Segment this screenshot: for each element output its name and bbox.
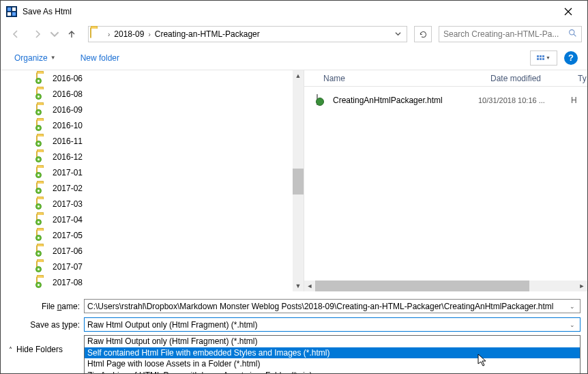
breadcrumb-item[interactable]: 2018-09 [113,29,145,39]
col-date[interactable]: Date modified [484,74,571,83]
folder-icon [36,261,48,272]
savetype-option[interactable]: Html Page with loose Assets in a Folder … [85,358,580,370]
tree-item-label: 2017-01 [53,168,83,177]
filename-combo[interactable]: C:\Users\rstrahl\Dropbox\Markdown Monste… [84,299,580,313]
hide-folders-label: Hide Folders [16,345,63,354]
scroll-up-icon[interactable]: ▲ [293,70,304,81]
folder-icon [36,104,48,115]
folder-icon [36,183,48,193]
help-button[interactable]: ? [564,51,578,65]
tree-folder-item[interactable]: 2016-12 [21,149,293,164]
svg-line-7 [574,34,576,36]
tree-folder-item[interactable]: 2016-11 [21,133,293,149]
breadcrumb-item[interactable]: Creating-an-HTML-Packager [153,29,261,39]
savetype-option[interactable]: Raw Html Output only (Html Fragment) (*.… [85,336,580,347]
save-form: File name: C:\Users\rstrahl\Dropbox\Mark… [1,291,587,373]
search-icon [568,29,577,40]
savetype-option[interactable]: Zip Archive of HTML Page with loose Asse… [85,370,580,375]
new-folder-label: New folder [80,53,119,63]
tree-folder-item[interactable]: 2017-03 [21,196,293,212]
tree-folder-item[interactable]: 2016-08 [21,86,293,102]
scroll-hthumb[interactable] [315,280,529,291]
tree-folder-item[interactable]: 2016-09 [21,102,293,117]
folder-icon [36,152,48,162]
tree-folder-item[interactable]: 2017-06 [21,243,293,259]
breadcrumb-sep-icon: › [145,31,153,38]
organize-menu[interactable]: Organize ▼ [10,51,60,66]
chevron-up-icon: ˄ [9,346,12,354]
tree-item-label: 2016-09 [53,105,83,115]
folder-icon [90,28,102,40]
file-row[interactable]: CreatingAnHtmlPackager.html10/31/2018 10… [304,92,587,109]
organize-label: Organize [14,53,48,63]
recent-dropdown[interactable] [50,25,59,43]
tree-item-label: 2016-11 [53,136,83,146]
file-list-pane: Name Date modified Ty CreatingAnHtmlPack… [304,70,587,291]
close-icon [564,8,572,16]
tree-item-label: 2017-05 [53,231,83,240]
folder-icon [36,73,48,83]
title-bar: Save As Html [1,1,587,23]
scroll-left-icon[interactable]: ◄ [304,283,315,289]
chevron-down-icon[interactable]: ⌄ [568,321,577,328]
tree-folder-item[interactable]: 2017-04 [21,212,293,227]
view-grid-icon [537,55,544,60]
tree-folder-item[interactable]: 2017-02 [21,180,293,196]
address-dropdown[interactable] [391,31,405,38]
scroll-down-icon[interactable]: ▼ [293,280,304,291]
chevron-down-icon [50,29,59,40]
folder-icon [36,120,48,130]
search-input[interactable] [443,29,565,39]
tree-item-label: 2017-07 [53,262,83,272]
nav-toolbar: › 2018-09 › Creating-an-HTML-Packager [1,23,587,46]
address-bar[interactable]: › 2018-09 › Creating-an-HTML-Packager [88,26,407,42]
scroll-thumb[interactable] [293,169,304,195]
svg-point-6 [570,30,574,35]
new-folder-button[interactable]: New folder [76,51,123,66]
app-icon [6,6,17,17]
col-type[interactable]: Ty [571,74,587,83]
savetype-combo[interactable]: Raw Html Output only (Html Fragment) (*.… [84,317,580,332]
command-bar: Organize ▼ New folder ▼ ? [1,46,587,70]
col-name[interactable]: Name [304,74,484,83]
folder-icon [36,214,48,225]
tree-item-label: 2017-03 [53,199,83,209]
svg-rect-0 [8,8,11,11]
tree-item-label: 2016-12 [53,152,83,162]
tree-folder-item[interactable]: 2017-07 [21,259,293,274]
tree-folder-item[interactable]: 2017-05 [21,227,293,243]
tree-folder-item[interactable]: 2017-01 [21,164,293,180]
folder-icon [36,246,48,256]
savetype-option[interactable]: Self contained Html File with embedded S… [85,347,580,359]
file-name: CreatingAnHtmlPackager.html [333,96,473,105]
tree-vscrollbar[interactable]: ▲ ▼ [293,70,304,291]
file-type: H [571,96,587,105]
refresh-icon [419,30,428,39]
back-button[interactable] [6,25,25,43]
forward-button[interactable] [28,25,47,43]
tree-item-label: 2017-08 [53,278,83,287]
hide-folders-toggle[interactable]: ˄ Hide Folders [9,345,63,354]
svg-rect-2 [8,12,11,16]
svg-rect-3 [12,12,16,16]
close-button[interactable] [555,2,582,21]
scroll-track[interactable] [293,81,304,280]
tree-folder-item[interactable]: 2017-08 [21,274,293,290]
breadcrumb-sep-icon: › [105,31,113,38]
tree-item-label: 2017-06 [53,246,83,256]
view-options-button[interactable]: ▼ [530,51,557,66]
file-hscrollbar[interactable]: ◄ ► [304,280,587,291]
scroll-right-icon[interactable]: ► [576,283,587,289]
refresh-button[interactable] [414,26,432,42]
search-box[interactable] [439,26,582,42]
arrow-left-icon [10,29,21,40]
tree-folder-item[interactable]: 2016-06 [21,70,293,86]
chevron-down-icon [395,31,401,37]
tree-folder-item[interactable]: 2016-10 [21,117,293,133]
chevron-down-icon[interactable]: ⌄ [568,303,577,310]
up-button[interactable] [62,25,81,43]
tree-item-label: 2017-04 [53,215,83,225]
savetype-dropdown-list[interactable]: Raw Html Output only (Html Fragment) (*.… [84,335,580,374]
scroll-htrack[interactable] [315,280,576,291]
tree-item-label: 2017-02 [53,184,83,193]
